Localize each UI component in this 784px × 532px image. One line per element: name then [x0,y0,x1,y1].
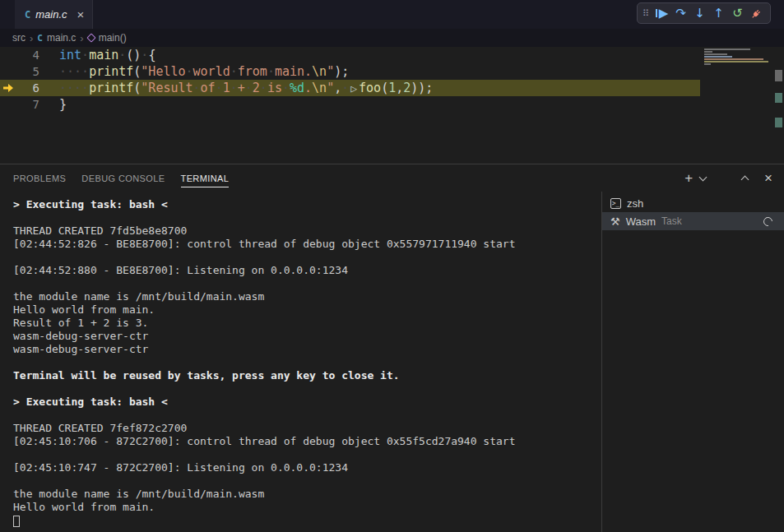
editor-lines: 4int·main·()·{5····printf("Hello·world·f… [0,47,700,113]
code-token: , [396,81,403,95]
terminal-line [13,356,601,369]
code-token: world [193,64,230,79]
overview-ruler-mark [775,93,782,103]
terminal-tab-zsh[interactable]: >_ zsh [602,194,784,212]
task-running-spinner-icon [762,215,774,227]
breadcrumb-item-symbol[interactable]: main() [99,32,127,44]
terminal-tab-label: Wasm [626,215,656,228]
terminal-line [13,251,601,264]
minimap-line [704,51,712,53]
code-line-5[interactable]: 5····printf("Hello·world·from·main.\n"); [0,63,700,80]
minimap-line [704,58,763,60]
line-number: 4 [0,47,39,63]
tab-label: main.c [35,8,67,21]
terminal-line: [02:45:10:706 - 872C2700]: control threa… [13,435,601,448]
launch-profile-chevron-down-icon[interactable] [699,173,707,181]
c-file-icon: C [37,33,43,44]
minimap-line [704,63,711,65]
code-token: · [260,81,267,95]
step-out-button[interactable]: ↑ [709,4,728,23]
terminal-line: Terminal will be reused by tasks, press … [13,369,601,382]
code-token: "Result [141,81,193,95]
code-token: ···· [59,64,89,79]
breadcrumb-separator-icon: › [30,33,33,44]
code-token: · [267,64,275,79]
terminal-line: wasm-debug-server-ctr [13,343,601,356]
code-token: \n [312,81,327,95]
disconnect-button[interactable] [747,4,766,23]
step-into-button[interactable]: ↓ [690,4,709,23]
terminal-cursor [13,516,20,527]
code-token: 1 [388,81,396,95]
code-token: printf [89,64,133,79]
minimap-line [704,53,727,55]
breadcrumb-separator-icon: › [80,33,83,44]
terminal-line: Hello world from main. [13,303,601,317]
c-file-icon: C [25,9,30,21]
overview-ruler-mark [775,118,782,127]
terminal-line [13,409,601,422]
code-editor[interactable]: 4int·main·()·{5····printf("Hello·world·f… [0,47,784,164]
code-token: \n [312,64,327,79]
new-terminal-button[interactable]: + [684,171,693,185]
code-token: 1 [223,81,230,95]
inline-debug-run-icon[interactable]: ▷ [349,82,359,95]
terminal-line: [02:44:52:880 - BE8E8700]: Listening on … [13,264,601,277]
bottom-panel: PROBLEMS DEBUG CONSOLE TERMINAL + × > Ex… [0,164,784,532]
code-token: foo [359,81,381,95]
code-token: · [193,81,201,95]
code-token: ( [133,81,141,95]
code-token: ···· [59,81,89,95]
code-token: · [282,81,290,95]
terminal-tab-label: zsh [627,197,643,210]
panel-actions: + × [684,164,772,192]
terminal-output[interactable]: > Executing task: bash <THREAD CREATED 7… [0,192,601,532]
breadcrumb-item-file[interactable]: main.c [47,32,76,44]
step-over-button[interactable]: ↷ [671,4,690,23]
code-token: of [201,81,216,95]
terminal-tab-wasm-task[interactable]: ⚒ Wasm Task [602,212,784,230]
line-number: 7 [0,96,39,113]
close-panel-icon[interactable]: × [764,171,772,185]
code-token: int [59,48,81,62]
terminal-line: Hello world from main. [13,501,601,514]
continue-button[interactable]: ▶ [652,4,671,23]
tab-bar: C main.c × ⠿ ▶↷↓↑↺ [0,0,784,29]
minimap[interactable] [701,47,774,164]
line-number: 5 [0,63,39,80]
minimap-line [704,61,768,62]
panel-tab-bar: PROBLEMS DEBUG CONSOLE TERMINAL + × [0,164,784,192]
tab-debug-console[interactable]: DEBUG CONSOLE [81,169,165,187]
terminal-line: [02:44:52:826 - BE8E8700]: control threa… [13,238,601,251]
code-line-6[interactable]: 6····printf("Result·of·1·+·2·is·%d.\n",·… [0,80,700,96]
code-token: " [327,81,334,95]
tab-close-icon[interactable]: × [77,8,85,21]
overview-ruler[interactable] [775,47,783,164]
terminal-line [13,382,601,396]
code-line-4[interactable]: 4int·main·()·{ [0,47,700,63]
tab-main-c[interactable]: C main.c × [15,0,93,29]
code-token: · [230,64,238,79]
code-token: "Hello [141,64,185,79]
tab-terminal[interactable]: TERMINAL [181,169,230,187]
code-token: ); [334,64,349,79]
terminal-line [13,448,601,461]
breadcrumb: src › C main.c › main() [0,29,784,47]
overview-ruler-mark [775,70,782,81]
restart-button[interactable]: ↺ [728,4,747,23]
symbol-method-icon [86,33,95,42]
terminal-line: the module name is /mnt/build/main.wasm [13,290,601,303]
terminal-line: > Executing task: bash < [13,396,601,409]
tools-icon: ⚒ [610,216,620,227]
breadcrumb-item-src[interactable]: src [12,32,26,44]
terminal-tabs-list: >_ zsh ⚒ Wasm Task [601,192,784,532]
tab-problems[interactable]: PROBLEMS [13,169,66,187]
code-line-7[interactable]: 7} [0,96,700,113]
maximize-panel-chevron-up-icon[interactable] [741,175,749,183]
code-token: " [327,64,334,79]
terminal-tab-suffix: Task [661,215,682,227]
code-token: · [245,81,253,95]
code-token: 2 [253,81,260,95]
code-token: ( [133,64,141,79]
drag-grip-icon[interactable]: ⠿ [643,8,649,19]
